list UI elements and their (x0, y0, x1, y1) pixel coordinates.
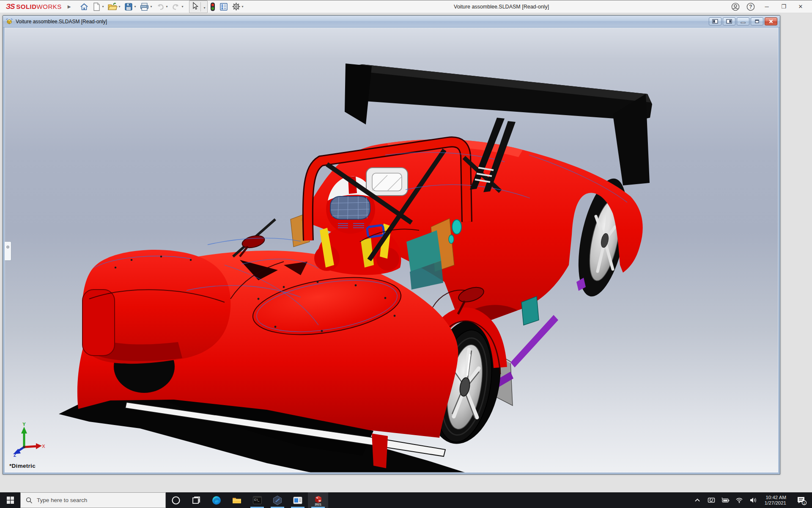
undo-caret[interactable]: ▾ (166, 5, 168, 8)
left-fender-face-panel[interactable] (82, 290, 115, 356)
options-caret[interactable]: ▾ (242, 5, 244, 8)
tray-battery-button[interactable] (720, 497, 730, 503)
doc-pane-left-button[interactable] (709, 17, 721, 25)
wireless-display-icon (708, 497, 715, 504)
taskbar-hex-app-button[interactable] (267, 492, 288, 508)
select-tool-group: ▾ (189, 0, 208, 13)
doc-restore-button[interactable] (751, 17, 763, 25)
document-window-controls (709, 17, 777, 25)
app-titlebar: ЗS SOLID WORKS ▶ ▾ ▾ ▾ ▾ ▾ ▾ (0, 0, 812, 13)
properties-list-button[interactable] (218, 1, 230, 12)
start-button[interactable] (0, 492, 20, 508)
traffic-light-icon (210, 2, 216, 11)
teal-fitting-large[interactable] (452, 220, 461, 234)
save-icon (124, 2, 133, 11)
wifi-icon (735, 497, 743, 503)
solidworks-badge-year: 2021 (315, 502, 321, 505)
taskbar-edge-button[interactable] (206, 492, 227, 508)
edge-icon (211, 495, 222, 505)
pane-pin-dot (6, 246, 9, 248)
tray-volume-button[interactable] (748, 497, 758, 503)
notification-badge-count: 1 (803, 501, 805, 505)
menu-flyout-arrow-icon[interactable]: ▶ (68, 4, 71, 9)
teal-fitting-small[interactable] (449, 235, 454, 243)
taskbar-file-explorer-button[interactable] (227, 492, 247, 508)
select-cursor-icon (191, 2, 199, 10)
windows-logo-icon (7, 497, 14, 504)
open-caret[interactable]: ▾ (119, 5, 121, 8)
taskbar-command-prompt-button[interactable]: C:\_ (247, 492, 267, 508)
doc-pane-right-button[interactable] (723, 17, 735, 25)
undo-button[interactable]: ▾ (154, 2, 169, 12)
sign-in-user-icon[interactable] (731, 2, 740, 11)
side-skirt-purple[interactable] (510, 315, 558, 367)
feature-manager-collapsed-tab[interactable] (5, 241, 11, 261)
taskbar-system-window-button[interactable] (288, 492, 308, 508)
redo-icon (171, 3, 181, 11)
document-titlebar[interactable]: Voiture assomblee.SLDASM [Read-only] (3, 16, 780, 28)
graphics-viewport[interactable]: Y X Z *Dimetric (5, 28, 778, 472)
select-tool-button[interactable] (189, 1, 200, 13)
solidworks-logo: ЗS SOLID WORKS (6, 3, 62, 11)
save-caret[interactable]: ▾ (134, 5, 136, 8)
redo-caret[interactable]: ▾ (182, 5, 184, 8)
notification-icon: 1 (796, 495, 807, 505)
assembly-cube-icon (5, 18, 13, 25)
help-icon[interactable]: ? (746, 2, 755, 11)
doc-minimize-button[interactable] (737, 17, 749, 25)
system-tray: 10:42 AM 1/27/2021 1 (692, 492, 812, 508)
volume-icon (749, 497, 757, 503)
taskbar-solidworks-button[interactable]: SW2021 (308, 492, 328, 508)
svg-text:C:\_: C:\_ (254, 498, 259, 502)
task-view-icon (192, 496, 201, 505)
pane-right-icon (726, 19, 732, 24)
y-axis-label: Y (22, 422, 26, 427)
taskbar-cortana-button[interactable] (166, 492, 186, 508)
tray-chevron-button[interactable] (692, 497, 702, 503)
print-caret[interactable]: ▾ (151, 5, 152, 8)
new-document-icon (92, 2, 101, 11)
svg-text:S: S (316, 496, 318, 499)
svg-text:W: W (319, 499, 321, 502)
save-button[interactable]: ▾ (123, 1, 137, 12)
minimize-button[interactable]: ─ (761, 3, 772, 10)
home-button[interactable] (78, 1, 90, 12)
options-button[interactable]: ▾ (230, 1, 245, 12)
app-window-title: Voiture assomblee.SLDASM [Read-only] (454, 0, 549, 13)
search-icon (26, 497, 33, 504)
svg-text:?: ? (749, 4, 752, 10)
viewport-3d-scene[interactable] (5, 28, 778, 472)
document-title: Voiture assomblee.SLDASM [Read-only] (16, 19, 107, 25)
new-document-button[interactable]: ▾ (91, 1, 105, 12)
taskbar-search-box[interactable]: Type here to search (20, 492, 166, 508)
system-window-icon (293, 495, 303, 505)
taskbar-task-view-button[interactable] (186, 492, 206, 508)
redo-button[interactable]: ▾ (170, 2, 185, 12)
command-prompt-icon: C:\_ (252, 495, 262, 505)
undo-icon (156, 3, 165, 11)
pane-left-icon (712, 19, 718, 24)
ds-logo-mark: ЗS (6, 3, 14, 11)
tray-display-button[interactable] (706, 497, 716, 504)
search-placeholder: Type here to search (37, 497, 87, 503)
hexagon-app-icon (272, 495, 283, 505)
quick-access-toolbar: ▾ ▾ ▾ ▾ ▾ ▾ ▾ (78, 0, 244, 13)
orientation-triad: Y X Z (10, 422, 46, 457)
intake-box[interactable] (366, 168, 408, 196)
doc-close-button[interactable] (765, 17, 777, 25)
file-explorer-icon (232, 495, 242, 505)
notification-center-button[interactable]: 1 (793, 495, 810, 505)
workspace-background: Voiture assomblee.SLDASM [Read-only] (0, 13, 812, 492)
new-document-caret[interactable]: ▾ (102, 5, 104, 8)
x-axis-arrow (36, 443, 42, 449)
select-tool-caret[interactable]: ▾ (200, 2, 207, 11)
z-axis-label: Z (14, 453, 16, 457)
tray-wifi-button[interactable] (734, 497, 744, 503)
close-button[interactable]: ✕ (795, 3, 806, 10)
y-axis-arrow (21, 427, 27, 433)
open-button[interactable]: ▾ (106, 1, 122, 12)
taskbar-clock[interactable]: 10:42 AM 1/27/2021 (762, 495, 789, 506)
restore-button[interactable]: ❐ (778, 3, 789, 10)
rebuild-traffic-light-button[interactable] (208, 1, 217, 12)
print-button[interactable]: ▾ (138, 1, 154, 12)
